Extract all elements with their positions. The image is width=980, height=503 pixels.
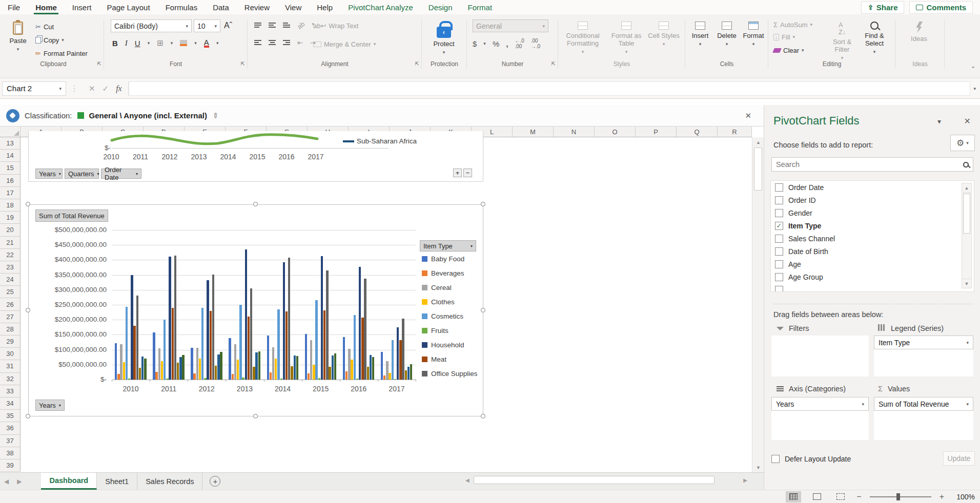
bar-series10[interactable]	[291, 366, 293, 380]
collapse-button[interactable]: −	[463, 169, 472, 177]
bar-series10[interactable]	[177, 363, 179, 380]
bar-beverages[interactable]	[383, 375, 385, 380]
bar-series12[interactable]	[258, 351, 260, 380]
selection-handle[interactable]	[481, 414, 485, 418]
bar-baby-food[interactable]	[267, 336, 269, 380]
legend-item-cereal[interactable]: Cereal	[422, 284, 452, 291]
align-top-icon[interactable]	[254, 22, 261, 29]
axis-field-button[interactable]: Years▾	[35, 400, 65, 411]
column-header-N[interactable]: N	[554, 127, 595, 137]
bar-meat[interactable]	[172, 308, 174, 380]
percent-format-icon[interactable]: %	[493, 39, 499, 48]
comments-button[interactable]: Comments	[909, 1, 973, 14]
bar-clothes[interactable]	[275, 359, 277, 380]
fill-button[interactable]: ↓Fill▾	[772, 31, 797, 43]
update-button[interactable]: Update	[943, 451, 975, 466]
bar-meat[interactable]	[210, 311, 212, 380]
unchecked-checkbox[interactable]	[775, 183, 783, 192]
legend-item-baby-food[interactable]: Baby Food	[422, 255, 464, 263]
field-list-scrollbar[interactable]: ▲ ▼	[962, 183, 972, 288]
font-color-icon[interactable]: A	[204, 39, 209, 48]
bar-clothes[interactable]	[313, 365, 315, 380]
bar-series12[interactable]	[334, 353, 336, 380]
underline-chevron[interactable]: ▾	[148, 40, 150, 46]
vertical-scroll-thumb[interactable]	[754, 148, 762, 191]
ribbon-tab-view[interactable]: View	[277, 0, 309, 14]
bar-cosmetics[interactable]	[354, 315, 356, 380]
bar-baby-food[interactable]	[381, 352, 383, 380]
row-header-15[interactable]: 15	[0, 162, 21, 174]
align-right-icon[interactable]	[283, 39, 290, 47]
bar-household[interactable]	[321, 256, 323, 380]
bar-beverages[interactable]	[270, 372, 272, 380]
bar-series11[interactable]	[294, 355, 296, 380]
row-header-17[interactable]: 17	[0, 187, 21, 199]
row-header-36[interactable]: 36	[0, 422, 21, 434]
bar-office-supplies[interactable]	[364, 279, 366, 380]
bar-beverages[interactable]	[117, 374, 119, 380]
bar-beverages[interactable]	[193, 373, 195, 380]
find-select-button[interactable]: Find & Select▾	[859, 18, 890, 54]
bar-series11[interactable]	[141, 357, 144, 380]
bar-beverages[interactable]	[308, 373, 310, 380]
accounting-format-icon[interactable]: $	[473, 39, 477, 48]
namebox-splitter[interactable]: ⋮	[66, 83, 83, 93]
field-item-item-type[interactable]: ✓Item Type	[771, 219, 974, 232]
unchecked-checkbox[interactable]	[775, 209, 783, 217]
list-scroll-down-icon[interactable]: ▼	[962, 279, 971, 288]
align-left-icon[interactable]	[254, 39, 261, 47]
top-pivot-chart[interactable]: Sub-Saharan Africa $- 201020112012201320…	[28, 131, 483, 182]
new-sheet-button[interactable]: +	[210, 476, 220, 487]
bar-beverages[interactable]	[345, 371, 348, 380]
delete-cells-button[interactable]: Delete▾	[714, 18, 739, 47]
bar-series10[interactable]	[405, 370, 407, 380]
zoom-slider-thumb[interactable]	[896, 493, 900, 500]
bar-series11[interactable]	[407, 367, 410, 380]
underline-button[interactable]: U	[135, 39, 140, 48]
format-painter-button[interactable]: ✏Format Painter	[34, 47, 89, 59]
selection-handle[interactable]	[481, 308, 485, 312]
bar-office-supplies[interactable]	[212, 275, 214, 380]
bold-button[interactable]: B	[112, 39, 118, 48]
top-field-button-quarters[interactable]: Quarters▾	[65, 169, 99, 179]
bar-fruits[interactable]	[204, 378, 206, 380]
list-scroll-thumb[interactable]	[963, 194, 970, 234]
wrap-text-button[interactable]: ab↩Wrap Text	[312, 19, 360, 32]
bar-baby-food[interactable]	[191, 348, 193, 380]
field-item-order-date[interactable]: Order Date	[771, 181, 974, 194]
row-header-23[interactable]: 23	[0, 261, 21, 274]
column-header-M[interactable]: M	[513, 127, 554, 137]
bar-fruits[interactable]	[394, 379, 396, 380]
bar-fruits[interactable]	[128, 379, 130, 380]
bar-baby-food[interactable]	[343, 337, 345, 380]
formula-input[interactable]	[129, 81, 971, 96]
zoom-in-icon[interactable]: +	[940, 492, 944, 501]
ribbon-tab-help[interactable]: Help	[309, 0, 340, 14]
fill-color-icon[interactable]	[180, 40, 187, 46]
ribbon-tab-pivotchart-analyze[interactable]: PivotChart Analyze	[340, 0, 421, 14]
values-area-box[interactable]: Sum of Total Revenue▾	[874, 397, 973, 440]
bar-cereal[interactable]	[386, 361, 388, 380]
share-button[interactable]: ⇪ Share	[861, 1, 905, 14]
bar-baby-food[interactable]	[229, 338, 231, 380]
horizontal-scroll-thumb[interactable]	[474, 476, 714, 484]
bar-cereal[interactable]	[158, 348, 160, 380]
field-item-age-group[interactable]: Age Group	[771, 270, 974, 283]
protect-button[interactable]: ‹ Protect▾	[430, 17, 458, 55]
ribbon-tab-formulas[interactable]: Formulas	[158, 0, 206, 14]
bar-clothes[interactable]	[351, 360, 353, 380]
classification-close-icon[interactable]: ✕	[745, 111, 764, 120]
bar-clothes[interactable]	[123, 362, 125, 380]
tools-button[interactable]: ⚙▾	[950, 135, 975, 151]
conditional-formatting-button[interactable]: Conditional Formatting▾	[561, 18, 605, 54]
page-break-view-button[interactable]	[833, 491, 848, 502]
zoom-slider[interactable]	[870, 496, 931, 497]
sheet-tab-sheet1[interactable]: Sheet1	[97, 473, 137, 490]
increase-decimal-icon[interactable]: ←.0.00	[515, 38, 524, 49]
bar-meat[interactable]	[133, 326, 135, 380]
bar-series12[interactable]	[410, 364, 412, 380]
pane-close-icon[interactable]: ✕	[964, 116, 971, 126]
decrease-decimal-icon[interactable]: .00→.0	[531, 38, 540, 49]
scroll-up-icon[interactable]: ▲	[752, 137, 764, 147]
field-item-order-id[interactable]: Order ID	[771, 194, 974, 206]
